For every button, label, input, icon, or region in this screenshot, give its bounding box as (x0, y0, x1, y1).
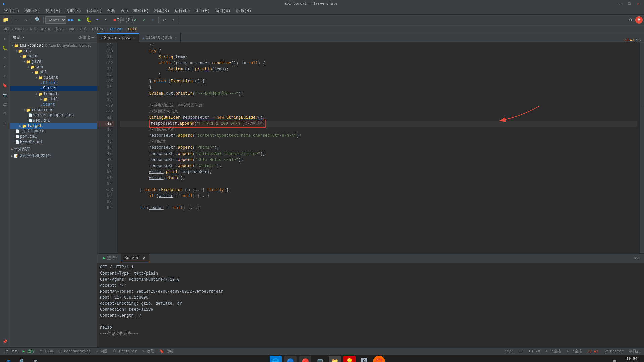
status-bookmark[interactable]: 🔖 标签 (158, 349, 175, 354)
activity-camera-icon[interactable]: 📷 (1, 90, 9, 99)
tree-readme[interactable]: 📄 README.md (10, 139, 97, 145)
menu-vue[interactable]: Vue (118, 8, 131, 14)
tree-root[interactable]: ▾ 📁 abl-tomcat C:\work\java\abl-tomcat (10, 43, 97, 48)
breadcrumb-method[interactable]: main (128, 27, 137, 31)
toolbar-back[interactable]: ← (13, 16, 21, 24)
tab-server-java[interactable]: ☕ Server.java ✕ (97, 33, 139, 42)
close-button[interactable]: ✕ (635, 2, 641, 6)
tree-java[interactable]: ▾ 📁 java (10, 59, 97, 64)
status-context[interactable]: 4 个空格 (565, 349, 583, 354)
taskbar-explorer[interactable]: 📁 (329, 356, 341, 362)
toolbar-search[interactable]: 🔍 (34, 16, 42, 24)
menu-build[interactable]: 构建(B) (151, 7, 172, 14)
menu-analyze[interactable]: 分析 (105, 7, 118, 14)
coverage-button[interactable]: ☂ (93, 16, 101, 24)
redo-button[interactable]: ↪ (169, 16, 177, 24)
tree-server-java[interactable]: ☕ Server (10, 86, 97, 91)
git-update-button[interactable]: Git(0): (122, 16, 130, 24)
code-editor[interactable]: 29 ▾30 31 ▾32 33 34 ▾35 36 37 38 ▾39 (97, 42, 644, 253)
activity-database-icon[interactable]: 🗃 (1, 100, 9, 109)
run-config-select[interactable]: Server (45, 16, 66, 24)
tree-resources[interactable]: ▾ 📁 resources (10, 107, 97, 113)
status-line-ending[interactable]: LF (518, 349, 525, 353)
settings-button[interactable]: ⚙ (627, 16, 635, 24)
tree-start-java[interactable]: ☕ Start (10, 102, 97, 107)
menu-file[interactable]: 文件(F) (1, 7, 22, 14)
taskbar-show-desktop[interactable] (640, 357, 641, 362)
status-git[interactable]: ⎇ Git (3, 349, 18, 353)
breadcrumb-server[interactable]: Server (110, 27, 123, 31)
tab-server-close[interactable]: ✕ (133, 36, 135, 40)
activity-layout-icon[interactable]: ⊞ (1, 119, 9, 127)
breadcrumb-src[interactable]: src (30, 27, 37, 31)
menu-window[interactable]: 窗口(W) (213, 7, 233, 14)
taskbar-typora[interactable]: 🅰 (358, 356, 370, 362)
activity-pin-icon[interactable]: 📌 (1, 337, 9, 346)
tree-pom-xml[interactable]: 📄 pom.xml (10, 134, 97, 139)
taskbar-search[interactable]: 🔍 (16, 356, 28, 362)
breadcrumb-client[interactable]: client (92, 27, 105, 31)
status-git-branch[interactable]: ⎇ master (602, 349, 625, 353)
tree-external[interactable]: ▶ 🗃 外部库 (10, 146, 97, 153)
breadcrumb-com[interactable]: com (69, 27, 75, 31)
menu-code[interactable]: 代码(C) (84, 7, 105, 14)
tree-util[interactable]: ▶ 📁 util (10, 97, 97, 102)
code-content[interactable]: // try { String temp; while ((temp = rea… (117, 42, 640, 253)
run-build-button[interactable]: ▶▶ (67, 16, 75, 24)
tab-client-close[interactable]: ✕ (175, 36, 177, 40)
nav-down[interactable]: ∨ (639, 38, 641, 42)
tree-main[interactable]: ▾ 📁 main (10, 54, 97, 59)
breadcrumb-project[interactable]: abl-tomcat (3, 27, 25, 31)
activity-profile-icon[interactable]: ⚡ (1, 62, 9, 71)
status-position[interactable]: 13:1 (504, 349, 515, 353)
menu-navigate[interactable]: 导航(N) (63, 7, 84, 14)
tree-abl[interactable]: ▾ 📁 abl (10, 70, 97, 75)
panel-icon-settings[interactable]: ⚙ (87, 35, 90, 40)
status-problems[interactable]: ⚠ 问题 (95, 349, 109, 354)
activity-coverage-icon[interactable]: ☂ (1, 53, 9, 62)
menu-help[interactable]: 帮助(H) (233, 7, 254, 14)
status-run[interactable]: ▶ 运行 (21, 349, 36, 354)
nav-up[interactable]: ∧ (636, 38, 638, 42)
profile-button[interactable]: ⚡ (102, 16, 110, 24)
breadcrumb-main[interactable]: main (41, 27, 50, 31)
tab-client-java[interactable]: ☕ Client.java ✕ (139, 33, 180, 42)
tree-gitignore[interactable]: 📄 .gitignore (10, 129, 97, 134)
status-profiler[interactable]: ⏱ Profiler (112, 349, 138, 353)
taskbar-intellij[interactable]: 💻 (314, 356, 326, 362)
status-review[interactable]: ✎ 收藏 (141, 349, 155, 354)
activity-trash-icon[interactable]: 🗑 (1, 109, 9, 118)
debug-button[interactable]: 🐛 (85, 16, 93, 24)
run-button[interactable]: ▶ (76, 16, 84, 24)
tree-server-properties[interactable]: 📄 server.properties (10, 113, 97, 118)
tree-client-folder[interactable]: ▾ 📁 client (10, 75, 97, 80)
menu-refactor[interactable]: 重构(R) (131, 7, 152, 14)
breadcrumb-abl[interactable]: abl (80, 27, 87, 31)
tree-web-xml[interactable]: 📄 web.xml (10, 118, 97, 123)
start-menu-button[interactable]: ⊞ (3, 356, 15, 362)
tree-src[interactable]: ▾ 📁 src (10, 48, 97, 54)
bottom-tab-server[interactable]: Server ✕ (121, 254, 149, 262)
menu-git[interactable]: Git(G) (193, 8, 212, 14)
menu-run[interactable]: 运行(U) (172, 7, 193, 14)
taskbar-other[interactable]: ⭕ (373, 356, 385, 362)
git-push-button[interactable]: ↑ (149, 16, 157, 24)
status-indent[interactable]: 4 个空格 (544, 349, 562, 354)
taskbar-edge[interactable]: 🌐 (270, 356, 282, 362)
tree-target[interactable]: ▶ 📁 target (10, 123, 97, 129)
bottom-tab-close[interactable]: ✕ (143, 256, 145, 260)
toolbar-forward[interactable]: → (22, 16, 30, 24)
avatar[interactable]: A (635, 16, 643, 24)
activity-tasks-icon[interactable]: ☑ (1, 72, 9, 80)
menu-view[interactable]: 视图(V) (43, 7, 63, 14)
activity-run-icon[interactable]: ▶ (1, 34, 9, 43)
tree-scratch[interactable]: ▶ 📝 临时文件和控制台 (10, 153, 97, 159)
panel-icon-locate[interactable]: ⊙ (79, 35, 82, 40)
tree-com[interactable]: ▾ 📁 com (10, 64, 97, 70)
status-todo[interactable]: ☑ TODO (39, 349, 55, 353)
bottom-panel-settings[interactable]: ⚙ (635, 256, 638, 261)
bottom-panel-close[interactable]: — (639, 256, 641, 261)
git-check-button[interactable]: ✓ (131, 16, 139, 24)
status-encoding[interactable]: UTF-8 (528, 349, 541, 353)
taskbar-chrome1[interactable]: 🔵 (284, 356, 297, 362)
